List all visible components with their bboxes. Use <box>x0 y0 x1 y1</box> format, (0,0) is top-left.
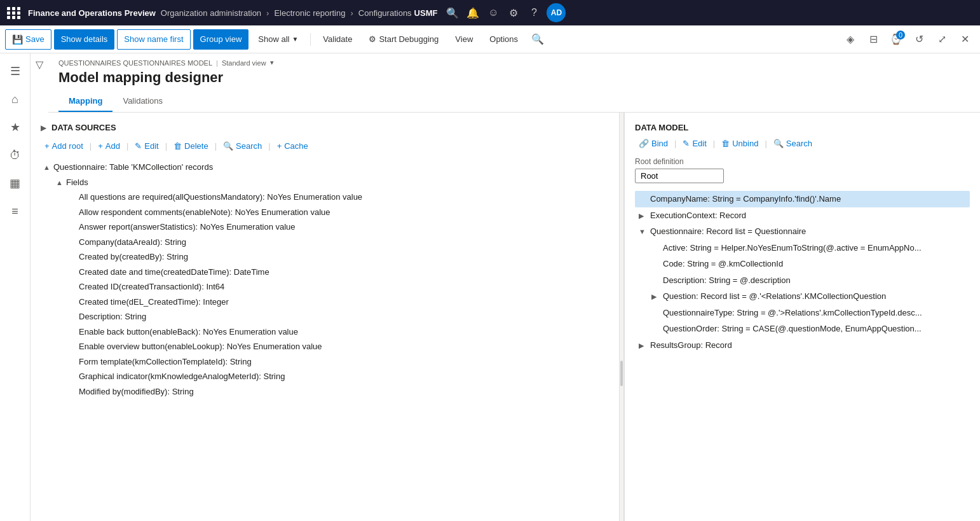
dm-resultsgroup-label[interactable]: ▶ ResultsGroup: Record <box>635 337 970 354</box>
search-button-dm[interactable]: 🔍 Search <box>770 137 816 149</box>
refresh-icon[interactable]: ↺ <box>909 29 929 50</box>
bind-button[interactable]: 🔗 Bind <box>635 137 672 149</box>
questionnaire-node-label[interactable]: ▲ Questionnaire: Table 'KMCollection' re… <box>41 160 609 175</box>
add-root-label: Add root <box>52 141 83 151</box>
breadcrumb-er[interactable]: Electronic reporting <box>274 8 345 18</box>
save-button[interactable]: 💾 Save <box>5 29 51 50</box>
field-label-4[interactable]: Created by(createdBy): String <box>66 249 609 265</box>
search-label-ds: Search <box>236 141 262 151</box>
edit-icon-ds: ✎ <box>135 141 142 151</box>
fields-node-label[interactable]: ▲ Fields <box>53 175 609 190</box>
field-label-8[interactable]: Description: String <box>66 309 609 324</box>
dm-question-label[interactable]: ▶ Question: Record list = @.'<Relations'… <box>648 288 970 305</box>
cache-button-ds[interactable]: + Cache <box>273 140 312 152</box>
search-icon-topbar[interactable]: 🔍 <box>445 5 460 20</box>
dm-companyname-label[interactable]: CompanyName: String = CompanyInfo.'find(… <box>635 191 970 207</box>
dm-question: ▶ Question: Record list = @.'<Relations'… <box>648 288 970 305</box>
debug-icon: ⚙ <box>369 34 376 44</box>
breadcrumb-config[interactable]: Configurations <box>358 8 412 18</box>
field-label-11[interactable]: Form template(kmCollectionTemplateId): S… <box>66 354 609 370</box>
feedback-icon[interactable]: ☺ <box>486 5 501 20</box>
validate-button[interactable]: Validate <box>316 29 359 50</box>
root-definition-input[interactable] <box>635 169 724 183</box>
field-item-7: Created time(dEL_CreatedTime): Integer <box>66 295 609 310</box>
dm-execcontext-label[interactable]: ▶ ExecutionContext: Record <box>635 207 970 224</box>
field-label-12[interactable]: Graphical indicator(kmKnowledgeAnalogMet… <box>66 369 609 384</box>
badge-icon[interactable]: 0 ⌚ <box>886 29 906 50</box>
filter-search-icon[interactable]: 🔍 <box>527 29 548 50</box>
delete-button-ds[interactable]: 🗑 Delete <box>170 140 212 152</box>
sidebar-hamburger[interactable]: ☰ <box>3 59 28 84</box>
panels-area: ▶ DATA SOURCES + Add root | + Add | <box>31 113 980 521</box>
edit-button-dm[interactable]: ✎ Edit <box>679 137 710 149</box>
apps-grid-icon[interactable] <box>5 4 23 22</box>
start-debugging-button[interactable]: ⚙ Start Debugging <box>362 29 446 50</box>
datasources-expand-icon[interactable]: ▶ <box>41 123 46 132</box>
field-label-0[interactable]: All questions are required(allQuestionsM… <box>66 190 609 205</box>
breadcrumb-org[interactable]: Organization administration <box>161 8 261 18</box>
field-label-9[interactable]: Enable back button(enableBack): NoYes En… <box>66 324 609 340</box>
field-label-13[interactable]: Modified by(modifiedBy): String <box>66 384 609 399</box>
datasources-title: DATA SOURCES <box>51 123 116 132</box>
settings-icon[interactable]: ⚙ <box>506 5 521 20</box>
dm-code-label[interactable]: Code: String = @.kmCollectionId <box>648 256 970 272</box>
field-label-6[interactable]: Created ID(createdTransactionId): Int64 <box>66 279 609 295</box>
field-label-10[interactable]: Enable overview button(enableLookup): No… <box>66 339 609 354</box>
panel-toggle-icon[interactable]: ⊟ <box>863 29 883 50</box>
field-label-3[interactable]: Company(dataAreaId): String <box>66 235 609 250</box>
sidebar-favorites[interactable]: ★ <box>3 115 28 140</box>
field-label-2[interactable]: Answer report(answerStatistics): NoYes E… <box>66 219 609 235</box>
field-label-5[interactable]: Created date and time(createdDateTime): … <box>66 265 609 280</box>
validate-label: Validate <box>323 34 352 44</box>
add-button[interactable]: + Add <box>94 140 124 152</box>
search-button-ds[interactable]: 🔍 Search <box>219 140 266 152</box>
dm-description-label[interactable]: Description: String = @.description <box>648 272 970 289</box>
breadcrumb-dropdown-icon[interactable]: ▾ <box>270 59 274 67</box>
user-avatar[interactable]: AD <box>547 3 566 22</box>
field-label-1[interactable]: Allow respondent comments(enableNote): N… <box>66 205 609 220</box>
main-layout: ☰ ⌂ ★ ⏱ ▦ ≡ ▽ QUESTIONNAIRES QUESTIONNAI… <box>0 53 980 521</box>
filter-icon-area: ▽ <box>31 53 48 76</box>
tab-validations[interactable]: Validations <box>112 91 173 112</box>
diamond-icon[interactable]: ◈ <box>840 29 861 50</box>
options-button[interactable]: Options <box>482 29 525 50</box>
field-item-5: Created date and time(createdDateTime): … <box>66 265 609 280</box>
unbind-button[interactable]: 🗑 Unbind <box>718 137 762 149</box>
show-details-button[interactable]: Show details <box>54 29 115 50</box>
tab-mapping[interactable]: Mapping <box>58 91 112 112</box>
expand-fields-icon[interactable]: ▲ <box>56 177 64 188</box>
bind-icon: 🔗 <box>639 139 649 148</box>
group-view-button[interactable]: Group view <box>193 29 249 50</box>
datamodel-title: DATA MODEL <box>635 123 970 132</box>
notifications-icon[interactable]: 🔔 <box>465 5 480 20</box>
expand-icon[interactable]: ⤢ <box>932 29 952 50</box>
expand-questionnaire-icon[interactable]: ▲ <box>43 162 51 173</box>
panel-resize-handle[interactable] <box>619 113 624 521</box>
field-label-7[interactable]: Created time(dEL_CreatedTime): Integer <box>66 295 609 310</box>
dm-questionnairetype-label[interactable]: QuestionnaireType: String = @.'>Relation… <box>648 305 970 321</box>
help-icon[interactable]: ? <box>526 5 541 20</box>
sidebar-recent[interactable]: ⏱ <box>3 142 28 168</box>
show-all-button[interactable]: Show all ▼ <box>251 29 305 50</box>
add-root-button[interactable]: + Add root <box>41 140 87 152</box>
sidebar-home[interactable]: ⌂ <box>3 87 28 112</box>
sidebar-calendar[interactable]: ▦ <box>3 170 28 196</box>
edit-button-ds[interactable]: ✎ Edit <box>131 140 162 152</box>
cache-label-ds: Cache <box>284 141 308 151</box>
show-name-first-button[interactable]: Show name first <box>117 29 190 50</box>
dm-questionorder-label[interactable]: QuestionOrder: String = CASE(@.questionM… <box>648 321 970 337</box>
dm-questionnairetype: QuestionnaireType: String = @.'>Relation… <box>648 305 970 321</box>
dm-questionnaire-label[interactable]: ▼ Questionnaire: Record list = Questionn… <box>635 223 970 240</box>
view-button[interactable]: View <box>448 29 480 50</box>
unbind-icon: 🗑 <box>721 139 730 148</box>
options-label: Options <box>489 34 518 44</box>
filter-icon[interactable]: ▽ <box>36 59 43 71</box>
close-icon[interactable]: ✕ <box>955 29 975 50</box>
field-item-1: Allow respondent comments(enableNote): N… <box>66 205 609 220</box>
unbind-label: Unbind <box>732 139 758 148</box>
group-view-label: Group view <box>200 34 242 44</box>
dm-questionnaire-children: Active: String = Helper.NoYesEnumToStrin… <box>635 240 970 337</box>
dm-active-label[interactable]: Active: String = Helper.NoYesEnumToStrin… <box>648 240 970 256</box>
sidebar-modules[interactable]: ≡ <box>3 198 28 224</box>
field-item-4: Created by(createdBy): String <box>66 249 609 265</box>
